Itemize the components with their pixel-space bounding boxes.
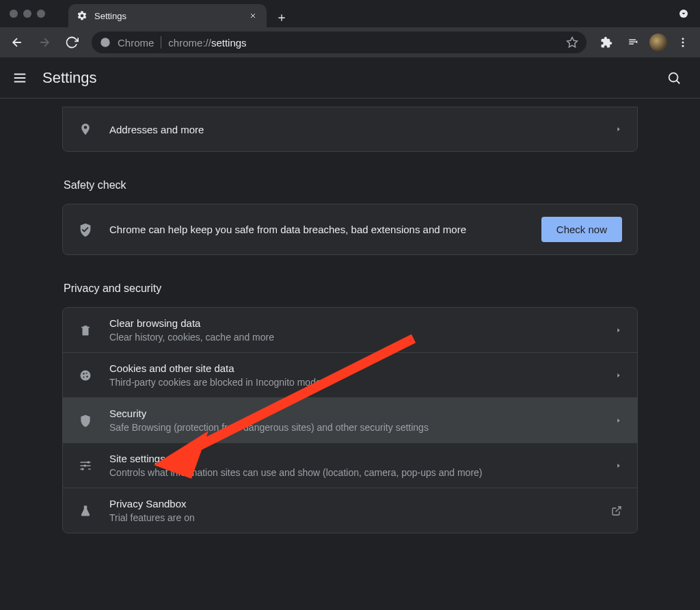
- svg-point-13: [88, 461, 90, 463]
- chevron-right-icon: [615, 462, 622, 469]
- window-titlebar: Settings: [0, 0, 700, 27]
- row-title: Site settings: [109, 453, 599, 464]
- shield-icon: [78, 414, 93, 427]
- row-title: Privacy Sandbox: [109, 498, 595, 509]
- media-control-icon[interactable]: [622, 31, 645, 54]
- chrome-scheme-label: Chrome: [118, 37, 154, 49]
- svg-marker-2: [567, 38, 578, 47]
- extensions-icon[interactable]: [595, 31, 618, 54]
- new-tab-button[interactable]: [272, 8, 291, 27]
- svg-point-11: [83, 376, 85, 377]
- bookmark-star-icon[interactable]: [566, 36, 578, 49]
- reload-button[interactable]: [60, 31, 83, 54]
- safety-check-card: Chrome can help keep you safe from data …: [62, 204, 638, 255]
- flask-icon: [78, 504, 93, 518]
- omnibox-url: chrome://settings: [168, 37, 559, 49]
- privacy-section-title: Privacy and security: [64, 282, 638, 295]
- profile-avatar[interactable]: [649, 34, 667, 51]
- privacy-card: Clear browsing data Clear history, cooki…: [62, 307, 638, 533]
- row-subtitle: Third-party cookies are blocked in Incog…: [109, 377, 599, 388]
- window-minimize[interactable]: [23, 10, 31, 18]
- svg-point-9: [86, 372, 88, 373]
- row-subtitle: Safe Browsing (protection from dangerous…: [109, 422, 599, 433]
- tab-strip: Settings: [68, 0, 291, 27]
- location-pin-icon: [78, 122, 93, 136]
- addresses-row[interactable]: Addresses and more: [63, 107, 637, 151]
- security-row[interactable]: Security Safe Browsing (protection from …: [63, 397, 637, 442]
- close-icon[interactable]: [247, 10, 258, 21]
- tab-overflow-icon[interactable]: [678, 8, 700, 19]
- forward-button[interactable]: [33, 31, 56, 54]
- cookie-icon: [78, 369, 93, 382]
- svg-point-3: [682, 38, 684, 40]
- window-close[interactable]: [10, 10, 18, 18]
- svg-point-4: [682, 42, 684, 44]
- row-subtitle: Clear history, cookies, cache and more: [109, 332, 599, 343]
- hamburger-menu-icon[interactable]: [12, 70, 27, 85]
- chevron-right-icon: [615, 417, 622, 424]
- chevron-right-icon: [615, 372, 622, 379]
- row-title: Clear browsing data: [109, 317, 599, 329]
- chevron-right-icon: [615, 126, 622, 133]
- privacy-sandbox-row[interactable]: Privacy Sandbox Trial features are on: [63, 488, 637, 533]
- browser-tab-settings[interactable]: Settings: [68, 4, 267, 27]
- menu-icon[interactable]: [671, 31, 695, 54]
- safety-check-text: Chrome can help keep you safe from data …: [109, 224, 525, 235]
- check-now-button[interactable]: Check now: [541, 217, 622, 242]
- tune-icon: [78, 459, 93, 473]
- autofill-card: Addresses and more: [62, 107, 638, 152]
- clear-browsing-data-row[interactable]: Clear browsing data Clear history, cooki…: [63, 308, 637, 352]
- page-title: Settings: [42, 69, 97, 87]
- svg-point-12: [81, 468, 83, 470]
- search-settings-button[interactable]: [660, 64, 688, 92]
- shield-check-icon: [78, 222, 93, 237]
- gear-icon: [77, 10, 88, 21]
- tab-title: Settings: [94, 11, 241, 21]
- addresses-label: Addresses and more: [109, 124, 599, 135]
- address-bar[interactable]: Chrome chrome://settings: [92, 31, 587, 53]
- settings-content: Addresses and more Safety check Chrome c…: [0, 98, 700, 533]
- traffic-lights: [0, 10, 55, 18]
- settings-header: Settings: [0, 57, 700, 98]
- svg-point-1: [100, 38, 109, 47]
- external-link-icon: [611, 505, 622, 516]
- svg-point-7: [81, 370, 91, 380]
- chevron-right-icon: [615, 327, 622, 334]
- row-title: Cookies and other site data: [109, 362, 599, 374]
- svg-point-10: [86, 375, 88, 377]
- row-subtitle: Controls what information sites can use …: [109, 467, 599, 478]
- trash-icon: [78, 323, 93, 337]
- back-button[interactable]: [5, 31, 29, 54]
- svg-point-6: [669, 72, 678, 81]
- safety-check-section-title: Safety check: [64, 179, 638, 191]
- svg-point-5: [682, 45, 684, 47]
- row-subtitle: Trial features are on: [109, 512, 595, 523]
- svg-point-8: [83, 373, 85, 375]
- omnibox-divider: [161, 36, 161, 49]
- cookies-row[interactable]: Cookies and other site data Third-party …: [63, 352, 637, 397]
- site-info-icon[interactable]: [100, 37, 111, 48]
- site-settings-row[interactable]: Site settings Controls what information …: [63, 442, 637, 488]
- window-maximize[interactable]: [37, 10, 45, 18]
- row-title: Security: [109, 408, 599, 419]
- browser-toolbar: Chrome chrome://settings: [0, 27, 700, 57]
- svg-point-14: [84, 464, 86, 466]
